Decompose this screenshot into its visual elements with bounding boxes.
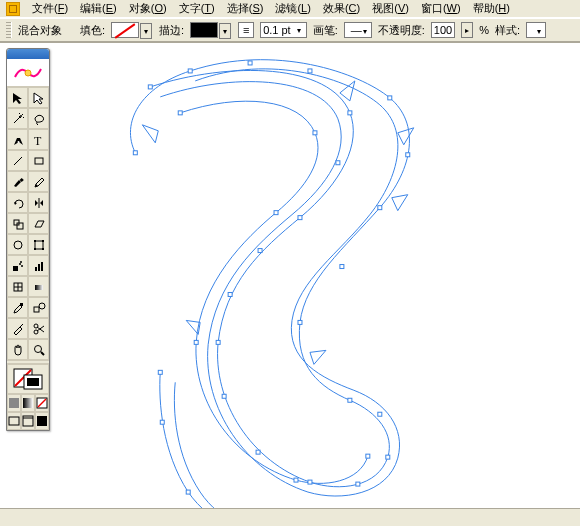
rotate-tool[interactable] xyxy=(7,192,28,213)
blend-tool[interactable] xyxy=(28,297,49,318)
svg-rect-47 xyxy=(42,248,44,250)
stroke-weight-icon-box[interactable]: ≡ xyxy=(238,22,254,38)
stroke-weight-input[interactable]: 0.1 pt xyxy=(260,22,307,38)
style-label: 样式: xyxy=(495,23,520,38)
tool-panel-titlebar[interactable] xyxy=(7,49,49,59)
brush-dropdown[interactable]: — xyxy=(344,22,372,38)
menu-window[interactable]: 窗口(W) xyxy=(417,0,465,17)
fill-swatch[interactable] xyxy=(111,22,139,38)
stroke-swatch-dropdown[interactable] xyxy=(219,23,231,39)
selection-tool[interactable] xyxy=(7,87,28,108)
fill-stroke-swatch[interactable] xyxy=(7,364,49,394)
pen-tool[interactable] xyxy=(7,129,28,150)
opacity-label: 不透明度: xyxy=(378,23,425,38)
svg-rect-71 xyxy=(23,398,33,408)
rectangle-tool[interactable] xyxy=(28,150,49,171)
svg-rect-53 xyxy=(38,264,40,271)
svg-point-50 xyxy=(21,265,23,267)
svg-rect-60 xyxy=(34,307,39,312)
reflect-tool[interactable] xyxy=(28,192,49,213)
color-mode-btn[interactable] xyxy=(7,394,21,412)
options-grip[interactable] xyxy=(6,22,12,38)
svg-rect-0 xyxy=(148,85,152,89)
menu-object[interactable]: 对象(O) xyxy=(125,0,171,17)
direct-selection-tool[interactable] xyxy=(28,87,49,108)
magic-wand-tool[interactable] xyxy=(7,108,28,129)
free-transform-tool[interactable] xyxy=(28,234,49,255)
app-icon xyxy=(6,2,20,16)
svg-rect-74 xyxy=(9,417,19,425)
screen-mode-full[interactable] xyxy=(35,412,49,430)
svg-rect-46 xyxy=(34,248,36,250)
status-strip xyxy=(0,508,580,526)
stroke-weight-icon: ≡ xyxy=(243,24,249,36)
svg-rect-19 xyxy=(378,206,382,210)
menu-bar: 文件(F) 编辑(E) 对象(O) 文字(T) 选择(S) 滤镜(L) 效果(C… xyxy=(0,0,580,18)
svg-rect-11 xyxy=(256,450,260,454)
fill-swatch-dropdown[interactable] xyxy=(140,23,152,39)
eyedropper-tool[interactable] xyxy=(7,297,28,318)
svg-rect-5 xyxy=(336,161,340,165)
screen-mode-full-menu[interactable] xyxy=(21,412,35,430)
stroke-weight-value: 0.1 pt xyxy=(263,24,291,36)
symbol-sprayer-tool[interactable] xyxy=(7,255,28,276)
svg-rect-3 xyxy=(308,69,312,73)
zoom-tool[interactable] xyxy=(28,339,49,360)
warp-tool[interactable] xyxy=(7,234,28,255)
menu-type[interactable]: 文字(T) xyxy=(175,0,219,17)
shear-tool[interactable] xyxy=(28,213,49,234)
svg-point-61 xyxy=(39,303,45,309)
canvas[interactable] xyxy=(0,43,580,526)
svg-rect-27 xyxy=(133,151,137,155)
svg-rect-8 xyxy=(228,292,232,296)
svg-line-38 xyxy=(14,157,22,165)
graph-tool[interactable] xyxy=(28,255,49,276)
opacity-spin[interactable]: ▸ xyxy=(461,22,473,38)
stroke-weight-dropdown[interactable] xyxy=(294,23,304,37)
stroke-swatch[interactable] xyxy=(190,22,218,38)
svg-rect-10 xyxy=(222,394,226,398)
gradient-tool[interactable] xyxy=(28,276,49,297)
svg-rect-12 xyxy=(308,480,312,484)
svg-rect-22 xyxy=(158,370,162,374)
svg-rect-29 xyxy=(313,131,317,135)
none-mode-btn[interactable] xyxy=(35,394,49,412)
gradient-mode-btn[interactable] xyxy=(21,394,35,412)
menu-view[interactable]: 视图(V) xyxy=(368,0,413,17)
svg-rect-42 xyxy=(17,223,23,229)
svg-rect-13 xyxy=(356,482,360,486)
svg-rect-6 xyxy=(298,216,302,220)
svg-rect-39 xyxy=(35,158,43,164)
slice-tool[interactable] xyxy=(7,318,28,339)
tool-grid: T xyxy=(7,87,49,430)
pencil-tool[interactable] xyxy=(28,171,49,192)
tool-name-label: 混合对象 xyxy=(18,23,62,38)
svg-point-34 xyxy=(25,70,31,76)
svg-rect-18 xyxy=(340,265,344,269)
menu-edit[interactable]: 编辑(E) xyxy=(76,0,121,17)
style-dropdown[interactable] xyxy=(526,22,546,38)
lasso-tool[interactable] xyxy=(28,108,49,129)
svg-rect-30 xyxy=(274,211,278,215)
mesh-tool[interactable] xyxy=(7,276,28,297)
menu-help[interactable]: 帮助(H) xyxy=(469,0,514,17)
tool-panel: T xyxy=(6,48,50,431)
scale-tool[interactable] xyxy=(7,213,28,234)
opacity-input[interactable]: 100 xyxy=(431,22,455,38)
line-tool[interactable] xyxy=(7,150,28,171)
svg-point-36 xyxy=(17,141,19,143)
svg-rect-7 xyxy=(258,249,262,253)
scissors-tool[interactable] xyxy=(28,318,49,339)
screen-mode-normal[interactable] xyxy=(7,412,21,430)
menu-filter[interactable]: 滤镜(L) xyxy=(271,0,314,17)
paintbrush-tool[interactable] xyxy=(7,171,28,192)
menu-file[interactable]: 文件(F) xyxy=(28,0,72,17)
hand-tool[interactable] xyxy=(7,339,28,360)
svg-rect-14 xyxy=(386,455,390,459)
menu-select[interactable]: 选择(S) xyxy=(223,0,268,17)
svg-rect-9 xyxy=(216,340,220,344)
menu-effect[interactable]: 效果(C) xyxy=(319,0,364,17)
type-tool[interactable]: T xyxy=(28,129,49,150)
svg-rect-24 xyxy=(186,490,190,494)
svg-rect-15 xyxy=(378,412,382,416)
